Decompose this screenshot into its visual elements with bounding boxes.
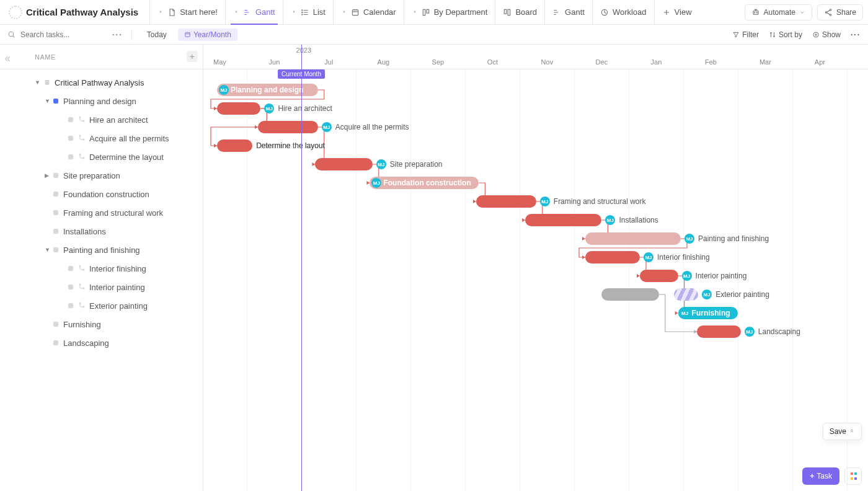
tab-list[interactable]: List xyxy=(283,0,333,24)
assignee-avatar: MJ xyxy=(371,178,381,188)
share-button[interactable]: Share xyxy=(817,4,863,20)
gantt-bar[interactable] xyxy=(697,325,740,338)
timescale-button[interactable]: Year/Month xyxy=(178,29,237,41)
tree-item-label: Furnishing xyxy=(63,320,101,329)
separator xyxy=(131,29,132,40)
svg-point-12 xyxy=(830,9,831,10)
tree-item[interactable]: Foundation construction xyxy=(0,185,203,203)
gantt-row: MJExterior painting xyxy=(203,285,868,304)
tab-gantt[interactable]: Gantt xyxy=(225,0,283,24)
save-button[interactable]: Save xyxy=(823,423,862,440)
today-button[interactable]: Today xyxy=(141,29,173,41)
gantt-bar[interactable] xyxy=(585,251,640,263)
apps-button[interactable] xyxy=(844,467,862,485)
tree-item[interactable]: Acquire all the permits xyxy=(0,129,203,148)
search-box[interactable] xyxy=(7,30,94,40)
calendar-small-icon xyxy=(184,31,191,38)
gantt-row: MJPlanning and design xyxy=(203,81,868,99)
tree-item[interactable]: ▶Site preparation xyxy=(0,166,203,185)
tab-board[interactable]: Board xyxy=(495,0,544,24)
assignee-avatar: MJ xyxy=(540,197,550,206)
svg-rect-3 xyxy=(352,9,358,15)
tree-item[interactable]: Hire an architect xyxy=(0,110,203,129)
gantt-row: MJSite preparation xyxy=(203,155,868,174)
svg-rect-7 xyxy=(508,9,511,15)
gantt-icon xyxy=(552,8,561,17)
month-label: Apr xyxy=(815,58,825,66)
assignee-avatar: MJ xyxy=(702,290,712,299)
gantt-bar[interactable] xyxy=(674,288,699,301)
tree-item-label: Framing and structural work xyxy=(63,208,163,218)
tree-item[interactable]: Determine the layout xyxy=(0,148,203,166)
status-square-icon xyxy=(53,229,58,234)
list-status-icon xyxy=(9,6,22,19)
caret-right-icon: ▶ xyxy=(45,172,51,179)
status-square-icon xyxy=(53,340,58,345)
gantt-bar[interactable] xyxy=(585,232,681,245)
tree-item[interactable]: Framing and structural work xyxy=(0,203,203,222)
gantt-bar[interactable]: MJPlanning and design xyxy=(217,84,318,96)
tab-gantt2[interactable]: Gantt xyxy=(544,0,592,24)
tab-workload[interactable]: Workload xyxy=(592,0,654,24)
gantt-bar[interactable] xyxy=(525,214,601,226)
timescale-label: Year/Month xyxy=(193,30,231,39)
show-button[interactable]: Show xyxy=(812,30,841,39)
sort-icon xyxy=(769,31,776,38)
gantt-row: MJFoundation construction xyxy=(203,174,868,192)
tab-start[interactable]: Start here! xyxy=(149,0,225,24)
tree-item-label: Painting and finishing xyxy=(63,246,140,255)
status-square-icon xyxy=(68,117,73,122)
month-label: Jan xyxy=(651,58,662,66)
bar-label-outside: MJLandscaping xyxy=(745,325,800,338)
add-column-button[interactable]: + xyxy=(187,51,198,62)
gantt-bar[interactable] xyxy=(476,195,536,208)
svg-rect-5 xyxy=(427,9,429,13)
gantt-row: MJPainting and finishing xyxy=(203,229,868,248)
month-label: Jun xyxy=(269,58,280,66)
search-input[interactable] xyxy=(19,30,94,40)
status-square-icon xyxy=(53,192,58,197)
tab-addview[interactable]: View xyxy=(654,0,699,24)
pin-icon xyxy=(412,9,418,15)
month-label: Feb xyxy=(705,58,717,66)
toolbar-more-button[interactable]: ··· xyxy=(851,30,861,39)
svg-rect-16 xyxy=(185,32,190,37)
gantt-bar[interactable] xyxy=(640,270,678,282)
tree-item[interactable]: ▼Painting and finishing xyxy=(0,241,203,259)
gantt-viewport[interactable]: 2023MayJunJulAugSepOctNovDecJanFebMarApr… xyxy=(203,45,868,491)
automate-button[interactable]: Automate xyxy=(745,4,812,20)
gantt-bar[interactable]: MJFoundation construction xyxy=(370,177,479,189)
tree-item[interactable]: Landscaping xyxy=(0,334,203,352)
tree-item[interactable]: Interior painting xyxy=(0,278,203,296)
tree-item[interactable]: Interior finishing xyxy=(0,259,203,278)
gantt-bar[interactable] xyxy=(601,288,658,301)
tab-bydept[interactable]: By Department xyxy=(404,0,495,24)
tree-item[interactable]: Furnishing xyxy=(0,315,203,334)
board2-icon xyxy=(503,8,512,17)
filter-button[interactable]: Filter xyxy=(732,30,759,39)
assignee-avatar: MJ xyxy=(264,104,274,113)
status-square-icon xyxy=(68,266,73,271)
tab-label: Board xyxy=(515,7,537,17)
gantt-row: MJFurnishing xyxy=(203,304,868,322)
tab-calendar[interactable]: Calendar xyxy=(333,0,404,24)
status-square-icon xyxy=(53,322,58,327)
gantt-bar[interactable]: MJFurnishing xyxy=(678,307,738,319)
gantt-bar[interactable] xyxy=(315,158,372,170)
svg-rect-6 xyxy=(505,9,507,14)
tree-item[interactable]: Installations xyxy=(0,222,203,241)
gantt-bar[interactable] xyxy=(217,139,252,152)
tree-item[interactable]: ▼Planning and design xyxy=(0,92,203,110)
gantt-bar[interactable] xyxy=(217,102,260,115)
new-task-button[interactable]: + Task xyxy=(802,467,839,485)
tree-item[interactable]: Exterior painting xyxy=(0,296,203,315)
tree-root[interactable]: ▼Critical Pathway Analysis xyxy=(0,73,203,92)
svg-point-10 xyxy=(754,12,755,13)
year-label: 2023 xyxy=(296,46,311,54)
search-more-button[interactable]: ··· xyxy=(112,30,123,39)
gantt-bar[interactable] xyxy=(258,121,318,133)
caret-down-icon: ▼ xyxy=(35,79,41,86)
bar-label-inside: Furnishing xyxy=(692,307,733,319)
sortby-button[interactable]: Sort by xyxy=(769,30,802,39)
gantt-row: MJAcquire all the permits xyxy=(203,118,868,136)
